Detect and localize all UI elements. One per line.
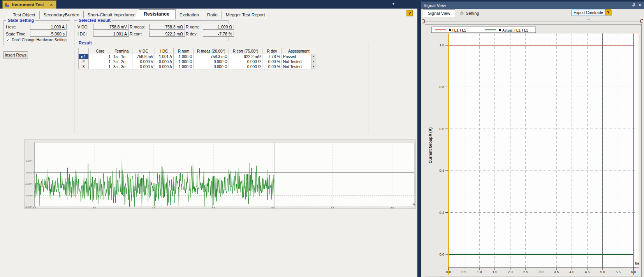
document-tab-close-icon[interactable]: ✕ [50, 3, 53, 7]
cell[interactable]: 1.001 A [155, 54, 174, 59]
svg-text:6.0: 6.0 [631, 270, 636, 274]
range-track[interactable] [425, 21, 640, 21]
svg-text:0.2: 0.2 [439, 211, 444, 215]
pin-icon[interactable] [632, 3, 636, 7]
cell[interactable]: 0.00 % [262, 59, 282, 64]
tab-test-object[interactable]: Test Object [5, 11, 40, 19]
svg-text:t/s: t/s [635, 261, 639, 265]
tab-setting[interactable]: Setting [455, 10, 484, 17]
cell[interactable]: 3a - 3n [112, 64, 132, 69]
svg-text:Actual: I L1: I L1: Actual: I L1: I L1 [502, 28, 528, 32]
cell[interactable]: 1 [89, 64, 112, 69]
column-header-R corr (75.00°)[interactable]: R corr (75.00°) [229, 48, 262, 54]
svg-text:t/s: t/s [412, 203, 415, 205]
column-header-R meas (20.00°)[interactable]: R meas (20.00°) [194, 48, 229, 54]
export-comtrade-button[interactable]: Export Comtrade ... [572, 10, 605, 16]
time-range-scrollbar [421, 19, 644, 24]
range-handle-right[interactable] [640, 19, 643, 23]
assessment-dropdown-icon[interactable]: ▼ [311, 64, 316, 69]
assessment-cell[interactable]: Not Tested▼ [282, 59, 316, 64]
cell[interactable]: 0.000 Ω [194, 59, 229, 64]
row-header[interactable]: 3 [79, 64, 89, 69]
cell[interactable]: 0.000 Ω [229, 59, 262, 64]
current-chart-y-axis-title: Current GroupA (A) [428, 110, 433, 180]
dont-change-hardware-checkbox[interactable]: ✓ [6, 38, 10, 42]
column-header-selector[interactable] [79, 48, 89, 54]
state-time-field[interactable]: 5.000 s [30, 31, 67, 37]
selected-result-field-3[interactable]: 1.001 A [93, 31, 129, 37]
row-header[interactable]: 2 [79, 59, 89, 64]
column-header-V DC[interactable]: V DC [132, 48, 155, 54]
svg-text:-0.0010: -0.0010 [25, 194, 32, 197]
cell[interactable]: 1.000 Ω [174, 59, 194, 64]
tab-megger-test-report[interactable]: Megger Test Report [222, 11, 269, 19]
column-header-Core[interactable]: Core [89, 48, 112, 54]
signal-view-title: Signal View [424, 3, 629, 8]
svg-text:-0.0005: -0.0005 [25, 183, 32, 185]
selected-result-field-0[interactable]: 758.8 mV [93, 24, 129, 30]
cell[interactable]: 1 [89, 59, 112, 64]
selected-result-field-4[interactable]: 922.2 mΩ [149, 31, 185, 37]
assessment-dropdown-icon[interactable]: ▼ [311, 59, 316, 64]
row-header[interactable]: ▶1 [79, 54, 89, 59]
tab-signal-view[interactable]: Signal View [423, 9, 455, 17]
tab-secondaryburden[interactable]: SecondaryBurden [39, 11, 84, 19]
svg-text:0.6: 0.6 [439, 127, 444, 131]
assessment-cell[interactable]: Passed▼ [282, 54, 316, 59]
tab-short-circuit-impedance[interactable]: Short-Circuit impedance [83, 11, 140, 19]
column-header-Assessment[interactable]: Assessment [282, 48, 316, 54]
cell[interactable]: 0.000 V [132, 64, 155, 69]
column-header-I DC[interactable]: I DC [155, 48, 174, 54]
insert-rows-button[interactable]: Insert Rows [3, 51, 28, 58]
cell[interactable]: 922.2 mΩ [229, 54, 262, 59]
help-button[interactable]: ? [406, 10, 413, 16]
assessment-cell[interactable]: Not Tested▼ [282, 64, 316, 69]
cell[interactable]: 1a - 1n [112, 54, 132, 59]
cell[interactable]: 758.3 mΩ [194, 54, 229, 59]
assessment-dropdown-icon[interactable]: ▼ [311, 54, 316, 59]
cell[interactable]: 0.000 A [155, 64, 174, 69]
document-tab-instrument-test[interactable]: Instrument Test ✕ [2, 0, 56, 9]
column-header-Terminal[interactable]: Terminal [112, 48, 132, 54]
svg-text:1.0: 1.0 [152, 207, 155, 209]
range-handle-left[interactable] [422, 19, 425, 23]
selected-result-label-0: V DC: [77, 25, 92, 29]
svg-text:2.0: 2.0 [271, 207, 274, 209]
tab-resistance[interactable]: Resistance [134, 9, 176, 19]
selected-result-field-1[interactable]: 758.3 mΩ [149, 24, 185, 30]
result-table: CoreTerminalV DCI DCR nomR meas (20.00°)… [78, 48, 316, 69]
table-row: ▶111a - 1n758.8 mV1.001 A1.000 Ω758.3 mΩ… [79, 54, 316, 59]
cell[interactable]: 0.000 Ω [194, 64, 229, 69]
cell[interactable]: 1.000 Ω [174, 64, 194, 69]
selected-result-field-5[interactable]: -7.78 % [203, 31, 234, 37]
cell[interactable]: 0.000 Ω [229, 64, 262, 69]
cell[interactable]: 0.000 A [155, 59, 174, 64]
test-module-tabstrip: Test ObjectSecondaryBurdenShort-Circuit … [0, 9, 413, 19]
cell[interactable]: 2a - 2n [112, 59, 132, 64]
cell[interactable]: 0.000 V [132, 59, 155, 64]
cell[interactable]: 1 [89, 54, 112, 59]
cell[interactable]: 1.000 Ω [174, 54, 194, 59]
result-group: Result CoreTerminalV DCI DCR nomR meas (… [74, 43, 368, 133]
cell[interactable]: 758.8 mV [132, 54, 155, 59]
help-button-signal-view[interactable]: ? [605, 9, 611, 15]
signal-view-panel: Signal View ✕ Signal View Setting [421, 2, 644, 277]
svg-text:-0.0015: -0.0015 [25, 206, 32, 208]
selected-result-group: Selected Result V DC:758.8 mVR meas:758.… [74, 20, 229, 41]
column-header-R dev[interactable]: R dev [262, 48, 282, 54]
cell[interactable]: -7.78 % [262, 54, 282, 59]
svg-text:5.5: 5.5 [616, 270, 621, 274]
column-header-R nom[interactable]: R nom [174, 48, 194, 54]
tab-ratio[interactable]: Ratio [203, 11, 222, 19]
svg-text:1.0: 1.0 [439, 43, 444, 47]
itest-label: I test: [6, 25, 30, 29]
signal-view-titlebar: Signal View ✕ [421, 2, 644, 9]
svg-text:0.0: 0.0 [439, 252, 444, 256]
itest-field[interactable]: 1.000 A [30, 24, 67, 30]
selected-result-field-2[interactable]: 1.000 Ω [203, 24, 234, 30]
panel-close-icon[interactable]: ✕ [639, 3, 642, 7]
panel-splitter[interactable] [417, 0, 421, 277]
tab-list-dropdown-icon[interactable]: ▾ [392, 2, 394, 6]
cell[interactable]: 0.00 % [262, 64, 282, 69]
tab-excitation[interactable]: Excitation [175, 11, 203, 19]
